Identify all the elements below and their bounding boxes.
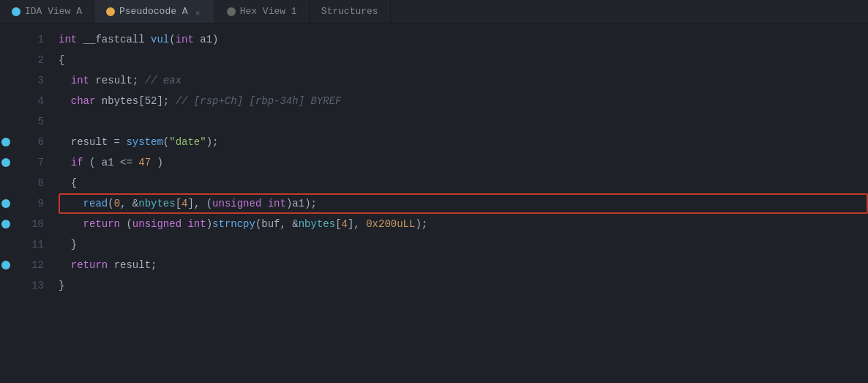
bp-7 xyxy=(0,152,12,173)
tab-pseudocode-a[interactable]: Pseudocode A ✕ xyxy=(94,0,215,23)
code-line-2: { xyxy=(59,50,868,70)
bp-1 xyxy=(0,29,12,50)
code-line-8: { xyxy=(59,173,868,193)
code-line-11: } xyxy=(59,234,868,255)
ln-6: 6 xyxy=(20,132,44,152)
code-line-10: return (unsigned int)strncpy(buf, &nbyte… xyxy=(59,214,868,234)
code-line-7: if ( a1 <= 47 ) xyxy=(59,152,868,173)
ln-2: 2 xyxy=(20,50,44,70)
tab-icon-pseudo xyxy=(106,7,115,16)
tab-hex-view-1[interactable]: Hex View 1 xyxy=(215,0,310,23)
bp-13 xyxy=(0,275,12,296)
code-line-9: read(0, &nbytes[4], (unsigned int)a1); xyxy=(59,193,868,214)
ln-13: 13 xyxy=(20,275,44,296)
bp-6 xyxy=(0,132,12,152)
ln-10: 10 xyxy=(20,214,44,234)
ln-3: 3 xyxy=(20,70,44,91)
code-line-4: char nbytes[52]; // [rsp+Ch] [rbp-34h] B… xyxy=(59,91,868,111)
bp-5 xyxy=(0,111,12,132)
bp-2 xyxy=(0,50,12,70)
code-line-1: int __fastcall vul(int a1) xyxy=(59,29,868,50)
bp-8 xyxy=(0,173,12,193)
ln-4: 4 xyxy=(20,91,44,111)
code-content: int __fastcall vul(int a1) { int result;… xyxy=(51,29,868,377)
bp-3 xyxy=(0,70,12,91)
bp-4 xyxy=(0,91,12,111)
tab-label-ida: IDA View A xyxy=(25,6,82,17)
code-line-12: return result; xyxy=(59,255,868,275)
ln-11: 11 xyxy=(20,234,44,255)
close-icon[interactable]: ✕ xyxy=(195,8,203,15)
tab-label-pseudo: Pseudocode A xyxy=(119,6,188,17)
code-line-13: } xyxy=(59,275,868,296)
bp-11 xyxy=(0,234,12,255)
code-line-6: result = system("date"); xyxy=(59,132,868,152)
tab-icon-ida xyxy=(12,7,20,16)
ln-9: 9 xyxy=(20,193,44,214)
tab-icon-hex xyxy=(227,7,236,16)
tab-label-hex: Hex View 1 xyxy=(240,6,297,17)
bp-12 xyxy=(0,255,12,275)
bp-10 xyxy=(0,214,12,234)
tab-bar: IDA View A Pseudocode A ✕ Hex View 1 Str… xyxy=(0,0,868,23)
tab-label-structures: Structures xyxy=(321,6,378,17)
code-line-5 xyxy=(59,111,868,132)
tab-ida-view-a[interactable]: IDA View A xyxy=(0,0,94,23)
ln-12: 12 xyxy=(20,255,44,275)
line-numbers-column: 1 2 3 4 5 6 7 8 9 10 11 12 13 xyxy=(15,29,51,377)
ln-1: 1 xyxy=(20,29,44,50)
ln-5: 5 xyxy=(20,111,44,132)
bp-9 xyxy=(0,193,12,214)
ln-8: 8 xyxy=(20,173,44,193)
code-line-3: int result; // eax xyxy=(59,70,868,91)
code-area: 1 2 3 4 5 6 7 8 9 10 11 12 13 int __fast… xyxy=(0,23,868,383)
tab-structures[interactable]: Structures xyxy=(310,0,391,23)
breakpoints-column xyxy=(0,29,15,377)
ln-7: 7 xyxy=(20,152,44,173)
